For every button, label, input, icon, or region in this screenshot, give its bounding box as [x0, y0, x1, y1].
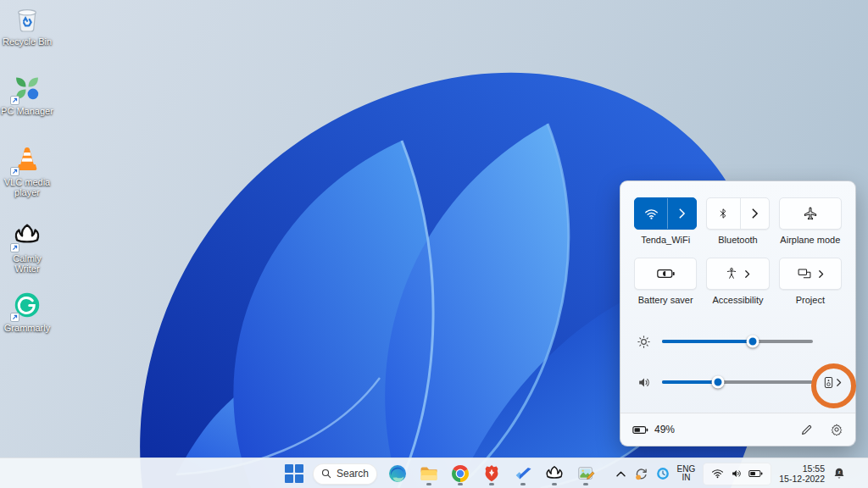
desktop-icon-calmly-writer[interactable]: Calmly Writer [0, 220, 54, 274]
tile-label: Accessibility [706, 295, 769, 305]
gear-icon [830, 423, 843, 436]
desktop-icon-label: Grammarly [0, 323, 54, 333]
tile-label: Battery saver [634, 295, 697, 305]
battery-icon [632, 425, 648, 435]
vlc-icon [12, 144, 42, 175]
chrome-icon [450, 463, 470, 484]
notification-bell-dnd-icon[interactable]: z [832, 467, 846, 480]
volume-slider[interactable] [662, 380, 813, 384]
recycle-bin-icon [12, 3, 42, 34]
desktop: Recycle Bin PC Manager [0, 0, 868, 488]
photo-editor-icon [576, 464, 596, 484]
desktop-icon-vlc[interactable]: VLC media player [0, 144, 54, 197]
quick-settings-tile-grid: Tenda_WiFi Bluetooth [634, 197, 842, 305]
shortcut-arrow-icon [10, 313, 19, 322]
tile-label: Project [779, 295, 842, 305]
tile-wifi[interactable] [634, 197, 697, 230]
tray-volume-icon [730, 468, 743, 480]
audio-device-icon [824, 376, 833, 389]
edge-icon [387, 463, 408, 484]
desktop-icon-pc-manager[interactable]: PC Manager [0, 73, 54, 116]
taskbar-app-photo-editor[interactable] [575, 461, 597, 486]
shortcut-arrow-icon [10, 243, 19, 252]
windows-logo-icon [285, 464, 293, 473]
volume-slider-thumb[interactable] [711, 376, 724, 389]
pencil-icon [800, 424, 813, 436]
tile-battery-saver[interactable] [634, 258, 697, 290]
taskbar-app-chrome[interactable] [449, 461, 471, 486]
battery-percent-label: 49% [654, 424, 675, 435]
search-label: Search [337, 468, 369, 480]
desktop-icon-grammarly[interactable]: Grammarly [0, 290, 54, 333]
taskbar: Search [0, 458, 868, 488]
tile-label: Tenda_WiFi [634, 235, 697, 245]
taskbar-app-file-explorer[interactable] [418, 461, 440, 486]
airplane-icon [803, 206, 818, 221]
taskbar-app-edge[interactable] [387, 461, 409, 486]
search-box[interactable]: Search [313, 463, 377, 485]
svg-text:z: z [838, 469, 841, 474]
desktop-icon-label: Recycle Bin [0, 36, 54, 47]
file-explorer-icon [419, 463, 439, 484]
wifi-icon[interactable] [635, 198, 667, 229]
brightness-row [636, 328, 842, 355]
sync-update-icon[interactable] [634, 467, 648, 481]
wifi-expand-chevron-icon[interactable] [667, 198, 696, 229]
todo-check-icon [514, 464, 533, 484]
volume-row [636, 369, 842, 396]
grammarly-icon [12, 290, 42, 320]
desktop-icon-label: Calmly Writer [0, 253, 54, 274]
tray-time: 15:55 [779, 463, 825, 474]
language-line2: IN [677, 474, 696, 482]
tile-airplane-mode[interactable] [779, 197, 842, 230]
taskbar-app-calmly-writer[interactable] [543, 461, 565, 486]
bluetooth-icon[interactable] [707, 198, 739, 229]
battery-status[interactable]: 49% [632, 424, 675, 435]
volume-icon [636, 375, 651, 390]
edit-quick-settings-button[interactable] [800, 424, 813, 436]
brightness-icon [636, 335, 651, 349]
accessibility-chevron-icon [744, 269, 750, 279]
brave-icon [482, 463, 501, 484]
start-button[interactable] [285, 464, 303, 483]
tile-accessibility[interactable] [706, 258, 769, 290]
desktop-icon-label: VLC media player [0, 177, 54, 197]
shortcut-arrow-icon [10, 96, 19, 105]
tile-label: Bluetooth [706, 235, 769, 245]
desktop-icon-label: PC Manager [0, 106, 54, 116]
project-icon [797, 267, 812, 280]
tile-bluetooth[interactable] [706, 197, 769, 230]
taskbar-app-brave[interactable] [481, 461, 503, 486]
calmly-writer-taskbar-icon [544, 463, 565, 484]
quick-settings-tray-button[interactable] [703, 463, 771, 485]
search-icon [321, 469, 331, 479]
tile-project[interactable] [779, 258, 842, 290]
calmly-writer-icon [12, 220, 42, 251]
brightness-slider-fill [662, 340, 753, 343]
tray-date: 15-12-2022 [779, 474, 825, 484]
tray-overflow-chevron-icon[interactable] [615, 470, 626, 478]
shortcut-arrow-icon [10, 167, 19, 176]
accessibility-icon [725, 267, 738, 280]
desktop-icon-recycle-bin[interactable]: Recycle Bin [0, 3, 54, 47]
audio-output-button[interactable] [813, 376, 842, 389]
audio-output-chevron-icon [836, 378, 842, 387]
bluetooth-expand-chevron-icon[interactable] [740, 198, 769, 229]
clock-app-icon[interactable] [656, 467, 670, 480]
settings-button[interactable] [830, 423, 843, 436]
brightness-slider-thumb[interactable] [746, 336, 759, 348]
clock-date-button[interactable]: 15:55 15-12-2022 [779, 463, 825, 484]
quick-settings-footer: 49% [620, 413, 855, 446]
tray-wifi-icon [711, 469, 724, 479]
tile-label: Airplane mode [779, 235, 842, 245]
pc-manager-icon [12, 73, 42, 103]
quick-settings-panel: Tenda_WiFi Bluetooth [620, 180, 856, 446]
tray-battery-icon [748, 469, 763, 478]
volume-slider-fill [662, 380, 718, 384]
brightness-slider[interactable] [662, 340, 813, 343]
battery-saver-icon [657, 268, 675, 280]
language-indicator[interactable]: ENG IN [677, 465, 696, 482]
taskbar-app-todo-check[interactable] [512, 461, 534, 486]
project-chevron-icon [818, 269, 824, 279]
